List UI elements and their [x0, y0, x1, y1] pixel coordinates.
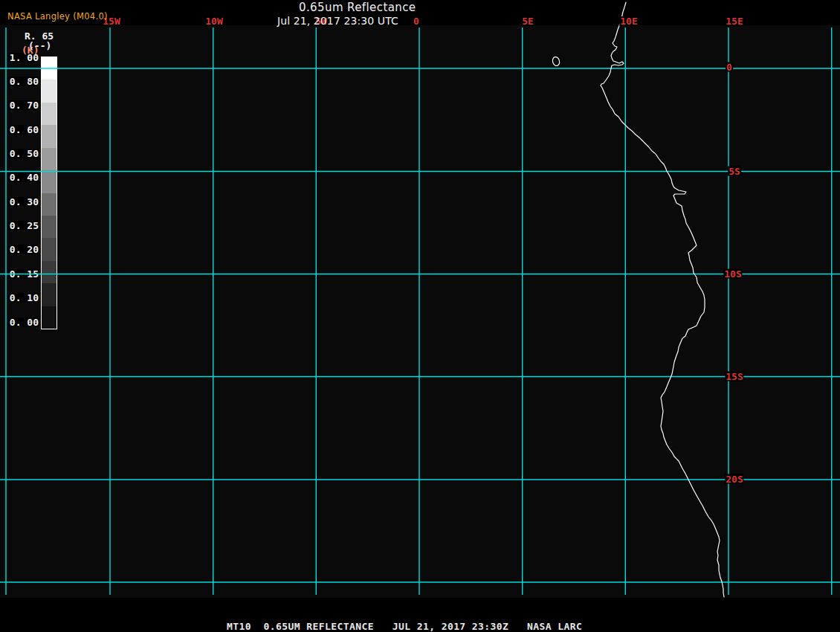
footer-status-text: MT10 0.65UM REFLECTANCE JUL 21, 2017 23:…	[227, 621, 582, 632]
longitude-label: 15E	[725, 16, 743, 26]
map-overlay-svg	[0, 0, 840, 632]
latitude-label: 20S	[725, 474, 743, 484]
nasa-langley-brand: NASA Langley (M04.0)	[7, 11, 108, 22]
latitude-label: 15S	[725, 372, 743, 381]
longitude-label: 5E	[521, 16, 534, 26]
latitude-label: 10S	[723, 269, 742, 279]
longitude-label: 10W	[204, 16, 223, 26]
latitude-label: 5S	[728, 167, 741, 176]
longitude-label: 0	[413, 16, 420, 26]
island-outline	[552, 57, 560, 67]
longitude-label: 10E	[619, 16, 638, 26]
page-title: 0.65um Reflectance	[299, 1, 416, 14]
coastline-path	[601, 2, 724, 597]
latitude-label: 0	[726, 62, 733, 72]
timestamp-subtitle: Jul 21, 2017 23:30 UTC	[277, 15, 398, 27]
satellite-display-window: 1. 000. 800. 700. 600. 500. 400. 300. 25…	[0, 0, 840, 632]
